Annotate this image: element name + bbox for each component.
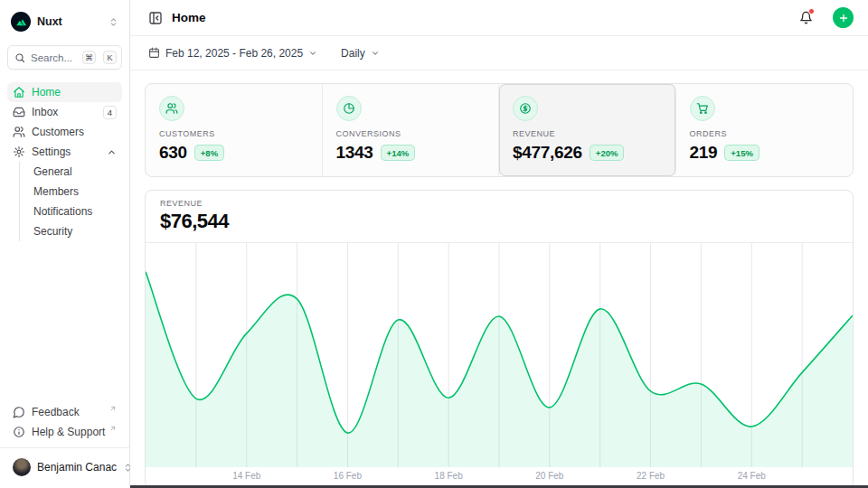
- search-input[interactable]: Search... ⌘ K: [7, 45, 122, 70]
- filters-toolbar: Feb 12, 2025 - Feb 26, 2025 Daily: [130, 36, 868, 70]
- revenue-area-chart[interactable]: [146, 243, 853, 467]
- plus-icon: [838, 13, 849, 23]
- stat-value: 1343: [336, 143, 373, 163]
- chevron-down-icon: [308, 49, 317, 58]
- chart-kpi-value: $76,544: [160, 210, 838, 233]
- notifications-button[interactable]: [795, 7, 816, 29]
- x-tick-label: 18 Feb: [435, 471, 463, 481]
- stat-value: 219: [690, 143, 718, 163]
- sidebar-item-members[interactable]: Members: [32, 182, 122, 202]
- collapse-sidebar-icon[interactable]: [148, 11, 163, 25]
- sidebar-divider: [0, 447, 129, 448]
- notification-dot: [808, 8, 815, 14]
- content: CUSTOMERS 630 +8% CONVERSIONS 1343 +14%: [130, 70, 868, 488]
- page-title: Home: [172, 11, 786, 24]
- dashboard-app: Nuxt Search... ⌘ K Home: [0, 0, 868, 488]
- sidebar-item-customers[interactable]: Customers: [7, 122, 122, 142]
- granularity-label: Daily: [341, 47, 365, 60]
- sidebar-nav: Home Inbox 4 Customers Settings: [7, 82, 122, 241]
- shopping-cart-icon: [696, 102, 709, 115]
- sidebar-item-security[interactable]: Security: [32, 221, 122, 241]
- chevron-down-icon: [371, 49, 380, 58]
- users-icon: [13, 126, 25, 138]
- sidebar-item-label: Notifications: [33, 205, 117, 218]
- team-name: Nuxt: [37, 15, 102, 28]
- external-link-icon: [109, 405, 117, 412]
- user-menu[interactable]: Benjamin Canac: [7, 454, 122, 481]
- sidebar-item-label: Home: [32, 86, 117, 99]
- x-tick-label: 20 Feb: [535, 471, 563, 481]
- main-area: Home Feb 12, 2025 - Feb 26, 2025 Daily: [130, 0, 868, 488]
- date-range-picker[interactable]: Feb 12, 2025 - Feb 26, 2025: [148, 47, 317, 60]
- add-button[interactable]: [833, 7, 854, 28]
- home-icon: [13, 86, 25, 99]
- stat-card-revenue[interactable]: REVENUE $477,626 +20%: [499, 84, 676, 176]
- user-avatar: [13, 458, 31, 476]
- sidebar-item-feedback[interactable]: Feedback: [7, 402, 122, 422]
- message-circle-icon: [13, 406, 25, 418]
- x-tick-label: 16 Feb: [334, 471, 362, 481]
- settings-subnav: General Members Notifications Security: [19, 162, 122, 241]
- sidebar-item-label: Customers: [32, 126, 117, 138]
- chart-pie-icon: [343, 102, 355, 115]
- sidebar-item-help-support[interactable]: Help & Support: [7, 422, 122, 442]
- stat-label: REVENUE: [513, 129, 662, 138]
- gear-icon: [13, 145, 25, 158]
- sidebar-item-label: Inbox: [32, 106, 97, 118]
- stat-delta-badge: +15%: [724, 145, 760, 161]
- stat-delta-badge: +20%: [590, 145, 625, 161]
- sidebar-footer: Feedback Help & Support Benjamin Canac: [7, 402, 122, 481]
- sidebar-item-inbox[interactable]: Inbox 4: [7, 102, 122, 122]
- chevron-up-icon: [107, 147, 117, 157]
- sidebar-item-label: Settings: [32, 145, 100, 158]
- stat-delta-badge: +14%: [381, 145, 416, 161]
- granularity-select[interactable]: Daily: [341, 47, 380, 60]
- sidebar-item-label: Feedback: [32, 406, 107, 418]
- chevron-up-down-icon: [108, 17, 118, 27]
- stat-card-orders[interactable]: ORDERS 219 +15%: [676, 84, 854, 176]
- search-icon: [14, 52, 25, 63]
- stat-value: 630: [159, 143, 187, 163]
- kbd-k: K: [103, 51, 117, 64]
- circle-dollar-icon: [519, 102, 532, 115]
- kbd-meta: ⌘: [82, 51, 96, 64]
- stat-value: $477,626: [513, 143, 582, 163]
- sidebar-item-label: Members: [33, 185, 117, 198]
- x-tick-label: 14 Feb: [232, 471, 260, 481]
- stat-card-conversions[interactable]: CONVERSIONS 1343 +14%: [323, 84, 500, 176]
- revenue-chart-card: REVENUE $76,544 14 Feb16 Feb18 Feb20 Feb…: [145, 190, 854, 488]
- sidebar-item-home[interactable]: Home: [7, 82, 122, 102]
- stat-delta-badge: +8%: [194, 145, 224, 161]
- chart-x-axis: 14 Feb16 Feb18 Feb20 Feb22 Feb24 Feb: [146, 467, 853, 487]
- stat-label: CUSTOMERS: [159, 129, 308, 138]
- sidebar-item-label: General: [33, 165, 117, 178]
- user-name: Benjamin Canac: [37, 461, 117, 474]
- nuxt-logo-icon: [11, 12, 31, 32]
- inbox-count-badge: 4: [103, 106, 117, 119]
- stat-card-customers[interactable]: CUSTOMERS 630 +8%: [146, 84, 323, 176]
- users-icon: [165, 102, 178, 115]
- stat-label: CONVERSIONS: [336, 129, 486, 138]
- stats-row: CUSTOMERS 630 +8% CONVERSIONS 1343 +14%: [145, 83, 854, 177]
- sidebar-item-label: Help & Support: [32, 426, 107, 438]
- chart-kpi-label: REVENUE: [160, 199, 838, 208]
- stat-label: ORDERS: [690, 129, 840, 138]
- sidebar: Nuxt Search... ⌘ K Home: [0, 0, 130, 488]
- x-tick-label: 22 Feb: [637, 471, 665, 481]
- info-circle-icon: [13, 426, 25, 438]
- calendar-icon: [148, 47, 160, 59]
- date-range-label: Feb 12, 2025 - Feb 26, 2025: [165, 47, 303, 60]
- sidebar-item-notifications[interactable]: Notifications: [32, 202, 122, 221]
- team-switcher[interactable]: Nuxt: [7, 7, 122, 36]
- search-placeholder: Search...: [31, 52, 75, 63]
- external-link-icon: [109, 425, 117, 432]
- inbox-icon: [13, 106, 25, 118]
- chart-header: REVENUE $76,544: [146, 191, 853, 243]
- sidebar-item-settings[interactable]: Settings: [7, 142, 122, 162]
- sidebar-item-label: Security: [33, 225, 117, 238]
- x-tick-label: 24 Feb: [738, 471, 766, 481]
- sidebar-item-general[interactable]: General: [32, 162, 122, 182]
- main-header: Home: [130, 0, 868, 36]
